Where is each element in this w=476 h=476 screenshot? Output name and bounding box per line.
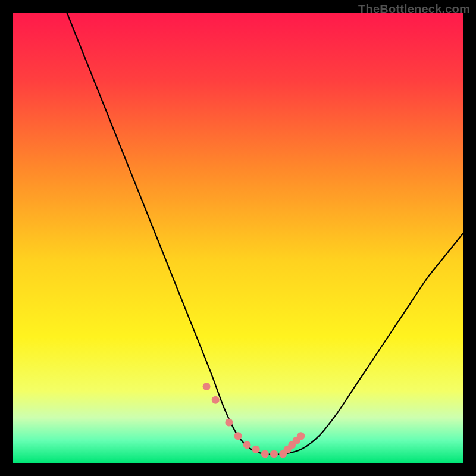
highlight-point bbox=[212, 396, 220, 404]
highlight-point bbox=[297, 432, 305, 440]
highlight-point bbox=[270, 450, 278, 458]
watermark-label: TheBottleneck.com bbox=[358, 2, 470, 16]
chart-canvas bbox=[0, 0, 476, 476]
highlight-point bbox=[203, 383, 211, 390]
highlight-point bbox=[225, 418, 233, 426]
bottleneck-chart: TheBottleneck.com bbox=[0, 0, 476, 476]
highlight-point bbox=[234, 432, 242, 440]
highlight-point bbox=[243, 441, 251, 449]
highlight-point bbox=[252, 446, 260, 453]
highlight-point bbox=[261, 450, 269, 458]
plot-area bbox=[13, 13, 463, 463]
